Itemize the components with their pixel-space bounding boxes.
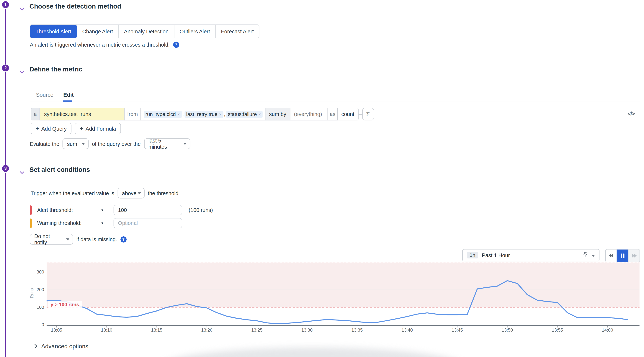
help-icon[interactable]: ?	[120, 236, 126, 242]
evaluate-mid-text: of the query over the	[92, 141, 141, 147]
scroll-shadow	[161, 348, 464, 357]
playback-controls	[605, 249, 640, 262]
x-axis-tick-label: 13:35	[348, 328, 366, 332]
step-3-badge: 3	[2, 165, 9, 172]
filter-value: status:failure	[228, 111, 257, 117]
add-formula-button[interactable]: + Add Formula	[75, 123, 121, 134]
x-axis-tick-label: 13:10	[98, 328, 116, 332]
pin-icon[interactable]	[582, 252, 588, 259]
x-axis-tick-label: 13:40	[398, 328, 416, 332]
alert-comparator: >	[100, 207, 114, 213]
remove-filter-icon[interactable]: ×	[219, 112, 222, 116]
warning-comparator: >	[100, 220, 114, 226]
remove-filter-icon[interactable]: ×	[178, 112, 180, 116]
group-by-input[interactable]	[290, 111, 328, 117]
tab-threshold-alert[interactable]: Threshold Alert	[30, 24, 77, 38]
chevron-down-icon[interactable]	[20, 169, 24, 176]
trigger-lead-text: Trigger when the evaluated value is	[30, 190, 114, 196]
detection-helper-text: An alert is triggered whenever a metric …	[30, 42, 179, 48]
filter-separator: ,	[182, 111, 184, 117]
timeframe-badge: 1h	[467, 252, 478, 258]
section-divider	[30, 102, 640, 102]
missing-data-select[interactable]: Do not notify	[30, 234, 73, 244]
aggregation-select[interactable]: sum	[62, 138, 89, 149]
step-rail-segment-1	[5, 9, 6, 64]
alert-threshold-hint: (100 runs)	[189, 207, 213, 213]
query-actions: + Add Query + Add Formula	[30, 123, 121, 134]
caret-down-icon[interactable]	[592, 254, 595, 256]
timeframe-selector[interactable]: 1h Past 1 Hour	[462, 249, 600, 261]
x-axis-tick-label: 13:15	[148, 328, 166, 332]
filter-chip[interactable]: status:failure ×	[226, 110, 262, 118]
fast-forward-button[interactable]	[628, 250, 640, 262]
timeframe-label: Past 1 Hour	[482, 252, 579, 258]
tab-forecast-alert[interactable]: Forecast Alert	[216, 25, 259, 38]
warning-severity-bar	[30, 218, 32, 228]
threshold-annotation: y > 100 runs	[48, 301, 82, 308]
connector-line	[358, 114, 362, 114]
tab-edit[interactable]: Edit	[63, 92, 74, 98]
metric-name-input[interactable]	[40, 108, 124, 120]
tab-outliers-alert[interactable]: Outliers Alert	[174, 25, 216, 38]
evaluate-row: Evaluate the sum of the query over the l…	[30, 138, 190, 149]
y-axis-tick-label: 0	[28, 322, 44, 327]
alert-threshold-input[interactable]	[114, 205, 182, 215]
caret-down-icon	[183, 143, 186, 145]
advanced-options-toggle[interactable]: Advanced options	[34, 343, 88, 350]
plus-icon: +	[80, 126, 83, 132]
tab-change-alert[interactable]: Change Alert	[77, 25, 119, 38]
missing-data-row: Do not notify if data is missing. ?	[30, 234, 126, 244]
evaluate-lead-text: Evaluate the	[30, 141, 60, 147]
alert-severity-bar	[30, 206, 32, 215]
evaluation-window-select[interactable]: last 5 minutes	[144, 138, 190, 149]
x-axis-tick-label: 13:50	[498, 328, 516, 332]
step-2-badge: 2	[2, 64, 9, 72]
x-axis-tick-label: 13:25	[248, 328, 266, 332]
caret-down-icon	[138, 192, 141, 194]
rewind-button[interactable]	[606, 250, 616, 262]
x-axis-tick-label: 13:30	[298, 328, 316, 332]
aggregation-value: sum	[67, 141, 77, 147]
help-icon[interactable]: ?	[173, 42, 179, 48]
pause-button[interactable]	[617, 250, 628, 262]
trigger-operator-select[interactable]: above	[118, 188, 144, 198]
code-view-icon[interactable]: </>	[628, 110, 635, 117]
chevron-down-icon[interactable]	[20, 6, 24, 13]
operator-value: above	[122, 190, 136, 196]
add-query-button[interactable]: + Add Query	[30, 123, 72, 134]
warning-threshold-row: Warning threshold: >	[30, 218, 182, 228]
threshold-preview-chart[interactable]	[46, 262, 640, 328]
detection-method-tabs: Threshold Alert Change Alert Anomaly Det…	[30, 24, 260, 38]
filter-chip[interactable]: last_retry:true ×	[185, 110, 223, 118]
remove-filter-icon[interactable]: ×	[258, 112, 261, 116]
pause-icon	[620, 253, 624, 258]
warning-threshold-label: Warning threshold:	[37, 220, 100, 226]
step-3-title[interactable]: Set alert conditions	[29, 166, 90, 174]
rollup-value[interactable]: count	[337, 108, 358, 120]
sigma-functions-button[interactable]: Σ	[362, 108, 374, 120]
window-value: last 5 minutes	[148, 138, 180, 150]
step-2-title[interactable]: Define the metric	[29, 66, 82, 73]
plus-icon: +	[36, 126, 39, 132]
x-axis-tick-label: 13:20	[198, 328, 216, 332]
caret-down-icon	[82, 143, 85, 145]
query-letter-chip: a	[30, 108, 40, 120]
warning-threshold-input[interactable]	[114, 218, 182, 228]
tab-anomaly-detection[interactable]: Anomaly Detection	[118, 25, 174, 38]
group-by-cell	[290, 108, 328, 120]
metric-name-cell	[40, 108, 124, 120]
sum-by-label[interactable]: sum by	[265, 108, 290, 120]
chevron-down-icon[interactable]	[20, 68, 24, 76]
alert-threshold-label: Alert threshold:	[37, 207, 100, 213]
advanced-options-label: Advanced options	[41, 343, 88, 350]
trigger-tail-text: the threshold	[148, 190, 178, 196]
step-1-title[interactable]: Choose the detection method	[29, 3, 121, 10]
filter-chip[interactable]: run_type:cicd ×	[144, 110, 182, 118]
filter-input[interactable]: run_type:cicd × , last_retry:true × , st…	[140, 108, 266, 120]
x-axis-tick-label: 13:55	[548, 328, 566, 332]
helper-text: An alert is triggered whenever a metric …	[30, 42, 170, 48]
tab-source[interactable]: Source	[36, 92, 54, 98]
y-axis-title: Runs	[29, 285, 34, 301]
step-rail-segment-3	[5, 173, 6, 357]
step-1-badge: 1	[2, 1, 9, 8]
